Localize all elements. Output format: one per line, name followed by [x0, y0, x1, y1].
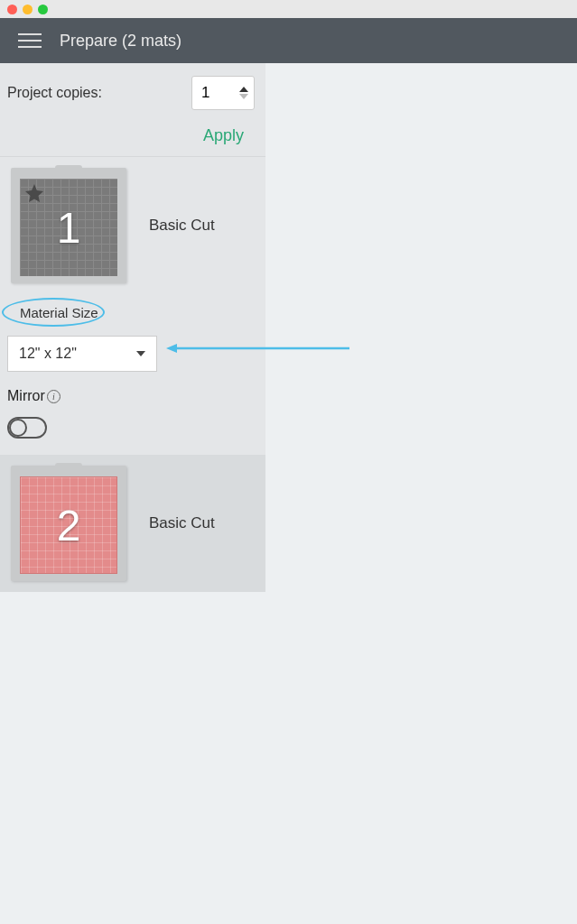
material-size-section: Material Size 12" x 12": [0, 294, 265, 372]
menu-icon[interactable]: [18, 33, 42, 48]
close-window-button[interactable]: [7, 5, 17, 14]
mirror-section: Mirror i: [0, 372, 265, 455]
project-copies-section: Project copies: Apply: [0, 63, 265, 157]
mat-1-number: 1: [57, 203, 81, 253]
svg-marker-1: [166, 344, 177, 353]
decrement-icon[interactable]: [239, 94, 248, 99]
toggle-knob: [9, 419, 27, 437]
mat-2-thumbnail[interactable]: 2: [11, 466, 126, 581]
apply-button[interactable]: Apply: [203, 126, 255, 145]
window-titlebar: [0, 0, 577, 18]
info-icon[interactable]: i: [47, 390, 60, 403]
mirror-label: Mirror: [7, 388, 45, 404]
annotation-circle: [2, 298, 105, 327]
mirror-toggle[interactable]: [7, 417, 47, 439]
chevron-down-icon: [136, 351, 145, 356]
increment-icon[interactable]: [239, 87, 248, 92]
project-copies-label: Project copies:: [7, 85, 102, 101]
mat-1-label: Basic Cut: [149, 217, 215, 235]
annotation-arrow-icon: [164, 339, 354, 357]
page-title: Prepare (2 mats): [60, 32, 181, 51]
minimize-window-button[interactable]: [23, 5, 33, 14]
material-size-value: 12" x 12": [19, 346, 77, 362]
app-header: Prepare (2 mats): [0, 18, 577, 63]
mat-2-section[interactable]: 2 Basic Cut: [11, 466, 255, 581]
copies-input[interactable]: [192, 84, 239, 102]
copies-stepper[interactable]: [191, 76, 255, 110]
material-size-dropdown[interactable]: 12" x 12": [7, 336, 157, 372]
mat-1-section[interactable]: 1 Basic Cut: [0, 157, 265, 294]
star-icon: [23, 182, 45, 204]
maximize-window-button[interactable]: [38, 5, 48, 14]
mat-2-label: Basic Cut: [149, 514, 215, 532]
mat-2-number: 2: [57, 501, 81, 550]
left-panel: Project copies: Apply 1 Basic Cut: [0, 63, 265, 592]
mat-1-thumbnail[interactable]: 1: [11, 168, 126, 283]
